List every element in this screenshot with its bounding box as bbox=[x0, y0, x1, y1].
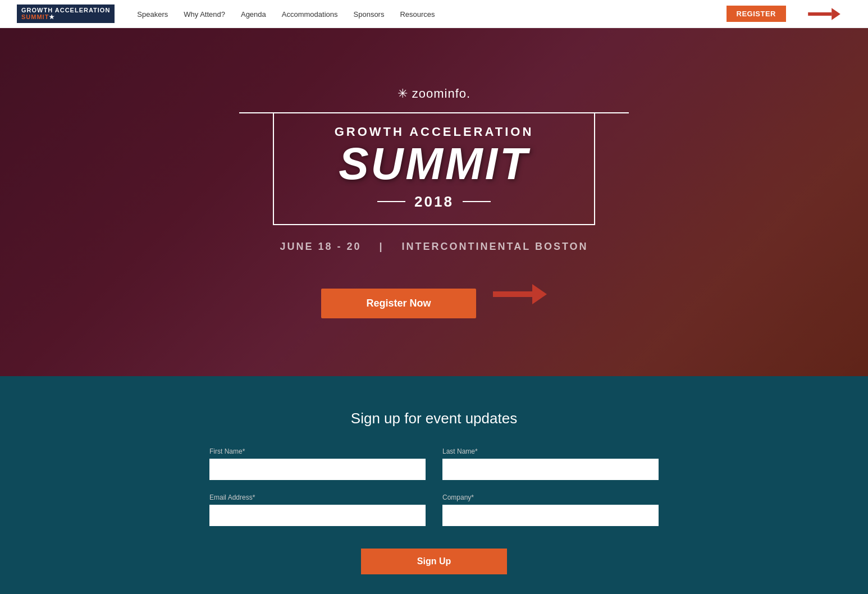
signup-form: First Name* Last Name* Email Address* Co… bbox=[209, 447, 659, 574]
hero-button-row: Register Now bbox=[273, 271, 595, 318]
hero-register-arrow bbox=[493, 284, 547, 304]
year-dash-right bbox=[463, 201, 491, 202]
nav-item-why-attend[interactable]: Why Attend? bbox=[184, 9, 225, 19]
nav-item-speakers[interactable]: Speakers bbox=[137, 9, 168, 19]
form-group-company: Company* bbox=[442, 494, 659, 526]
growth-acceleration-text: GROWTH ACCELERATION bbox=[308, 125, 560, 139]
nav-item-sponsors[interactable]: Sponsors bbox=[354, 9, 385, 19]
zoominfo-brand: ✳ zoominfo. bbox=[273, 86, 595, 101]
zoominfo-text: zoominfo. bbox=[412, 86, 470, 101]
last-name-input[interactable] bbox=[442, 459, 659, 480]
form-row-2: Email Address* Company* bbox=[209, 494, 659, 526]
site-logo[interactable]: GROWTH ACCELERATIONSUMMIT★ bbox=[17, 4, 115, 23]
hero-content: ✳ zoominfo. GROWTH ACCELERATION SUMMIT 2… bbox=[273, 86, 595, 318]
hero-section: ✳ zoominfo. GROWTH ACCELERATION SUMMIT 2… bbox=[0, 28, 868, 376]
email-label: Email Address* bbox=[209, 494, 426, 501]
first-name-label: First Name* bbox=[209, 447, 426, 455]
form-group-first-name: First Name* bbox=[209, 447, 426, 480]
zoominfo-star-icon: ✳ bbox=[398, 86, 408, 101]
company-label: Company* bbox=[442, 494, 659, 501]
event-date: JUNE 18 - 20 | INTERCONTINENTAL BOSTON bbox=[273, 241, 595, 253]
year-text: 2018 bbox=[414, 193, 454, 211]
nav-register-arrow bbox=[797, 4, 851, 24]
company-input[interactable] bbox=[442, 505, 659, 526]
summit-title: SUMMIT bbox=[308, 141, 560, 186]
register-now-button[interactable]: Register Now bbox=[321, 289, 476, 318]
signup-title: Sign up for event updates bbox=[17, 410, 851, 427]
nav-item-agenda[interactable]: Agenda bbox=[241, 9, 266, 19]
arrow-shaft bbox=[493, 291, 532, 297]
form-row-1: First Name* Last Name* bbox=[209, 447, 659, 480]
nav-links: Speakers Why Attend? Agenda Accommodatio… bbox=[137, 9, 726, 19]
form-group-last-name: Last Name* bbox=[442, 447, 659, 480]
nav-register-button[interactable]: REGISTER bbox=[727, 6, 786, 22]
signup-section: Sign up for event updates First Name* La… bbox=[0, 376, 868, 594]
last-name-label: Last Name* bbox=[442, 447, 659, 455]
nav-item-accommodations[interactable]: Accommodations bbox=[282, 9, 338, 19]
logo-text: GROWTH ACCELERATIONSUMMIT★ bbox=[17, 4, 115, 23]
year-line: 2018 bbox=[308, 193, 560, 211]
email-input[interactable] bbox=[209, 505, 426, 526]
summit-box: GROWTH ACCELERATION SUMMIT 2018 bbox=[273, 112, 595, 225]
first-name-input[interactable] bbox=[209, 459, 426, 480]
form-group-email: Email Address* bbox=[209, 494, 426, 526]
year-dash-left bbox=[377, 201, 405, 202]
arrow-head bbox=[532, 284, 547, 304]
navigation: GROWTH ACCELERATIONSUMMIT★ Speakers Why … bbox=[0, 0, 868, 28]
signup-button[interactable]: Sign Up bbox=[361, 549, 507, 574]
nav-item-resources[interactable]: Resources bbox=[400, 9, 435, 19]
